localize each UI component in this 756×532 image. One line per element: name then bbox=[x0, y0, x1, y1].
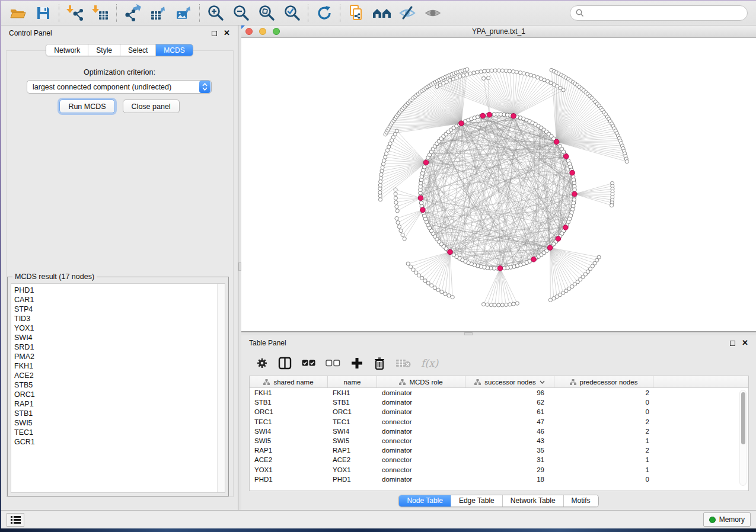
table-cell: ACE2 bbox=[250, 456, 328, 463]
columns-icon bbox=[278, 357, 292, 370]
export-table-button[interactable] bbox=[145, 3, 171, 23]
table-cell: 0 bbox=[554, 408, 653, 415]
mcds-result-item[interactable]: STB1 bbox=[14, 409, 225, 418]
mcds-result-item[interactable]: PMA2 bbox=[14, 352, 225, 361]
table-scrollbar[interactable] bbox=[739, 390, 747, 486]
mcds-result-item[interactable]: PHD1 bbox=[14, 286, 225, 295]
column-header-name[interactable]: name bbox=[328, 376, 377, 387]
mcds-result-item[interactable]: STP4 bbox=[14, 305, 225, 314]
save-session-button[interactable] bbox=[30, 3, 56, 23]
table-cell: SWI4 bbox=[250, 428, 328, 435]
import-table-button[interactable] bbox=[88, 3, 113, 23]
mcds-result-item[interactable]: SRD1 bbox=[14, 342, 225, 352]
select-all-button[interactable] bbox=[302, 360, 315, 367]
table-row[interactable]: ACE2ACE2connector311 bbox=[250, 455, 748, 464]
table-cell: SWI5 bbox=[250, 437, 328, 444]
table-row[interactable]: SWI4SWI4dominator462 bbox=[250, 427, 748, 436]
table-cell: connector bbox=[377, 418, 465, 425]
horizontal-splitter[interactable] bbox=[241, 332, 756, 335]
column-header-mcds-role[interactable]: MCDS role bbox=[377, 376, 465, 387]
table-scrollbar-thumb[interactable] bbox=[741, 392, 745, 444]
table-settings-button[interactable] bbox=[256, 357, 268, 369]
houses-button[interactable] bbox=[369, 3, 394, 23]
horizontal-splitter-grip[interactable] bbox=[464, 332, 473, 335]
export-network-button[interactable] bbox=[120, 3, 145, 23]
mcds-result-list-container[interactable]: PHD1CAR1STP4TID3YOX1SWI4SRD1PMA2FKH1ACE2… bbox=[11, 283, 225, 493]
maximize-window-icon[interactable] bbox=[273, 28, 280, 35]
show-columns-button[interactable] bbox=[278, 357, 292, 370]
column-label: MCDS role bbox=[409, 379, 442, 386]
mcds-result-item[interactable]: YOX1 bbox=[14, 323, 225, 333]
table-cell: connector bbox=[377, 437, 465, 444]
network-window-titlebar[interactable]: YPA_prune.txt_1 bbox=[241, 25, 756, 38]
table-tab-node-table[interactable]: Node Table bbox=[399, 495, 451, 507]
table-row[interactable]: PHD1PHD1dominator180 bbox=[250, 475, 748, 484]
column-header-successor-nodes[interactable]: successor nodes bbox=[465, 376, 554, 387]
tab-style[interactable]: Style bbox=[88, 44, 120, 56]
show-details-button[interactable] bbox=[420, 3, 445, 23]
refresh-layout-button[interactable] bbox=[311, 3, 337, 23]
import-network-button[interactable] bbox=[62, 3, 88, 23]
mcds-result-item[interactable]: FKH1 bbox=[14, 361, 225, 371]
zoom-selected-button[interactable] bbox=[279, 3, 305, 23]
mcds-result-item[interactable]: SWI5 bbox=[14, 418, 225, 428]
table-tab-edge-table[interactable]: Edge Table bbox=[451, 495, 503, 507]
mcds-result-item[interactable]: STB5 bbox=[14, 380, 225, 390]
table-cell: dominator bbox=[377, 399, 465, 406]
close-window-icon[interactable] bbox=[245, 28, 253, 35]
column-label: predecessor nodes bbox=[580, 379, 638, 386]
network-graph[interactable] bbox=[241, 38, 756, 331]
optimization-criterion-select[interactable]: largest connected component (undirected) bbox=[27, 80, 212, 94]
mcds-result-item[interactable]: CAR1 bbox=[14, 295, 225, 305]
delete-row-button[interactable] bbox=[374, 357, 385, 370]
close-panel-icon[interactable]: ✕ bbox=[224, 30, 230, 36]
float-panel-icon[interactable] bbox=[212, 31, 217, 36]
table-row[interactable]: ORC1ORC1dominator610 bbox=[250, 407, 748, 416]
close-panel-icon[interactable]: ✕ bbox=[742, 340, 748, 346]
tab-network[interactable]: Network bbox=[46, 44, 88, 56]
table-row[interactable]: STB1STB1dominator620 bbox=[250, 398, 748, 407]
run-mcds-button[interactable]: Run MCDS bbox=[59, 100, 114, 113]
export-image-button[interactable] bbox=[171, 3, 196, 23]
table-row[interactable]: TEC1TEC1connector472 bbox=[250, 417, 748, 427]
zoom-out-button[interactable] bbox=[228, 3, 254, 23]
close-panel-button[interactable]: Close panel bbox=[123, 100, 180, 113]
mcds-result-item[interactable]: GCR1 bbox=[14, 437, 225, 447]
deselect-all-button[interactable] bbox=[326, 360, 340, 367]
open-file-button[interactable] bbox=[5, 3, 30, 23]
column-header-predecessor-nodes[interactable]: predecessor nodes bbox=[554, 376, 653, 387]
search-field[interactable] bbox=[570, 5, 748, 21]
column-header-shared-name[interactable]: shared name bbox=[250, 376, 328, 387]
mcds-result-item[interactable]: ACE2 bbox=[14, 371, 225, 380]
search-input[interactable] bbox=[588, 9, 742, 17]
float-panel-icon[interactable] bbox=[730, 341, 735, 346]
tab-mcds[interactable]: MCDS bbox=[156, 44, 192, 56]
table-row[interactable]: YOX1YOX1connector291 bbox=[250, 465, 748, 475]
table-row[interactable]: RAP1RAP1dominator352 bbox=[250, 446, 748, 455]
mcds-result-item[interactable]: TEC1 bbox=[14, 428, 225, 437]
mcds-result-item[interactable]: ORC1 bbox=[14, 390, 225, 399]
tab-select[interactable]: Select bbox=[120, 44, 156, 56]
mcds-result-scrollbar[interactable] bbox=[217, 284, 225, 492]
delete-table-button-disabled bbox=[395, 358, 411, 368]
table-tab-motifs[interactable]: Motifs bbox=[564, 495, 598, 507]
show-panels-button[interactable] bbox=[7, 513, 24, 527]
table-row[interactable]: FKH1FKH1dominator962 bbox=[250, 388, 748, 398]
add-row-button[interactable] bbox=[350, 357, 363, 370]
mcds-result-item[interactable]: TID3 bbox=[14, 314, 225, 323]
export-image-icon bbox=[174, 4, 193, 22]
memory-button[interactable]: Memory bbox=[703, 512, 751, 527]
minimize-window-icon[interactable] bbox=[259, 28, 266, 35]
hide-details-button[interactable] bbox=[394, 3, 420, 23]
network-window-title: YPA_prune.txt_1 bbox=[241, 27, 756, 36]
mcds-result-item[interactable]: SWI4 bbox=[14, 333, 225, 342]
copy-network-button[interactable] bbox=[343, 3, 369, 23]
zoom-in-button[interactable] bbox=[203, 3, 228, 23]
zoom-fit-button[interactable] bbox=[254, 3, 279, 23]
table-row[interactable]: SWI5SWI5connector431 bbox=[250, 436, 748, 446]
mcds-result-item[interactable]: RAP1 bbox=[14, 399, 225, 409]
table-tab-network-table[interactable]: Network Table bbox=[503, 495, 564, 507]
zoom-selected-icon bbox=[283, 4, 301, 22]
network-canvas[interactable] bbox=[241, 38, 756, 331]
table-cell: YOX1 bbox=[328, 466, 377, 473]
